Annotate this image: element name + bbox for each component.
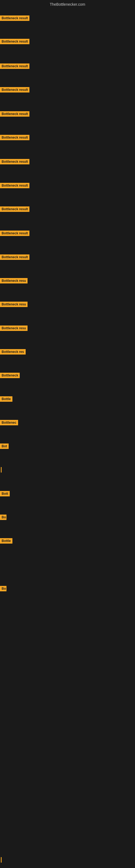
bottleneck-badge-row-18: Bottlenec xyxy=(0,420,18,426)
bottleneck-badge-row-12: Bottleneck resu xyxy=(0,278,28,284)
bottleneck-badge-21[interactable]: Bott xyxy=(0,491,10,496)
bottleneck-badge-row-13: Bottleneck resu xyxy=(0,302,28,308)
bottleneck-badge-row-14: Bottleneck resu xyxy=(0,326,28,332)
bottleneck-badge-22[interactable]: Bo xyxy=(0,515,6,520)
bottleneck-badge-row-7: Bottleneck result xyxy=(0,159,30,165)
bottleneck-badge-row-5: Bottleneck result xyxy=(0,111,30,118)
bottleneck-badge-row-19: Bot xyxy=(0,443,9,450)
bottleneck-badge-5[interactable]: Bottleneck result xyxy=(0,111,30,117)
bottleneck-badge-row-22: Bo xyxy=(0,515,6,521)
bottleneck-badge-11[interactable]: Bottleneck result xyxy=(0,254,30,260)
bottleneck-badge-4[interactable]: Bottleneck result xyxy=(0,87,30,93)
bottleneck-badge-row-9: Bottleneck result xyxy=(0,207,30,213)
bottleneck-badge-15[interactable]: Bottleneck res xyxy=(0,349,26,354)
bottleneck-badge-row-23: Bottle xyxy=(0,538,12,545)
bottleneck-badge-1[interactable]: Bottleneck result xyxy=(0,16,30,21)
bottleneck-badge-row-21: Bott xyxy=(0,491,10,497)
bottleneck-badge-3[interactable]: Bottleneck result xyxy=(0,63,30,69)
bottleneck-bar-20 xyxy=(1,467,2,472)
bottleneck-badge-14[interactable]: Bottleneck resu xyxy=(0,326,28,331)
bottleneck-badge-9[interactable]: Bottleneck result xyxy=(0,207,30,212)
bottleneck-badge-row-3: Bottleneck result xyxy=(0,63,30,70)
bottleneck-badge-row-2: Bottleneck result xyxy=(0,39,30,45)
bottleneck-badge-2[interactable]: Bottleneck result xyxy=(0,39,30,44)
bottleneck-badge-row-24: Bo xyxy=(0,586,6,592)
bottleneck-badge-17[interactable]: Bottle xyxy=(0,396,12,402)
bottleneck-badge-23[interactable]: Bottle xyxy=(0,538,12,544)
bottleneck-badge-row-17: Bottle xyxy=(0,396,12,403)
bottleneck-badge-7[interactable]: Bottleneck result xyxy=(0,159,30,164)
bottleneck-badge-row-4: Bottleneck result xyxy=(0,87,30,94)
bottleneck-badge-16[interactable]: Bottleneck xyxy=(0,373,20,378)
site-title: TheBottlenecker.com xyxy=(0,0,135,9)
bottleneck-badge-row-11: Bottleneck result xyxy=(0,254,30,261)
bottleneck-badge-12[interactable]: Bottleneck resu xyxy=(0,278,28,283)
bottleneck-bar-25 xyxy=(1,857,2,863)
bottleneck-badge-8[interactable]: Bottleneck result xyxy=(0,183,30,188)
bottleneck-badge-row-10: Bottleneck result xyxy=(0,230,30,237)
bottleneck-badge-row-15: Bottleneck res xyxy=(0,349,26,355)
bottleneck-badge-18[interactable]: Bottlenec xyxy=(0,420,18,425)
bottleneck-badge-row-16: Bottleneck xyxy=(0,373,20,379)
bottleneck-badge-13[interactable]: Bottleneck resu xyxy=(0,302,28,307)
bottleneck-badge-24[interactable]: Bo xyxy=(0,586,6,591)
bottleneck-badge-10[interactable]: Bottleneck result xyxy=(0,230,30,236)
bottleneck-badge-6[interactable]: Bottleneck result xyxy=(0,135,30,140)
bottleneck-badge-row-6: Bottleneck result xyxy=(0,135,30,141)
bottleneck-badge-19[interactable]: Bot xyxy=(0,443,9,449)
bottleneck-badge-row-8: Bottleneck result xyxy=(0,183,30,189)
bottleneck-badge-row-1: Bottleneck result xyxy=(0,16,30,22)
